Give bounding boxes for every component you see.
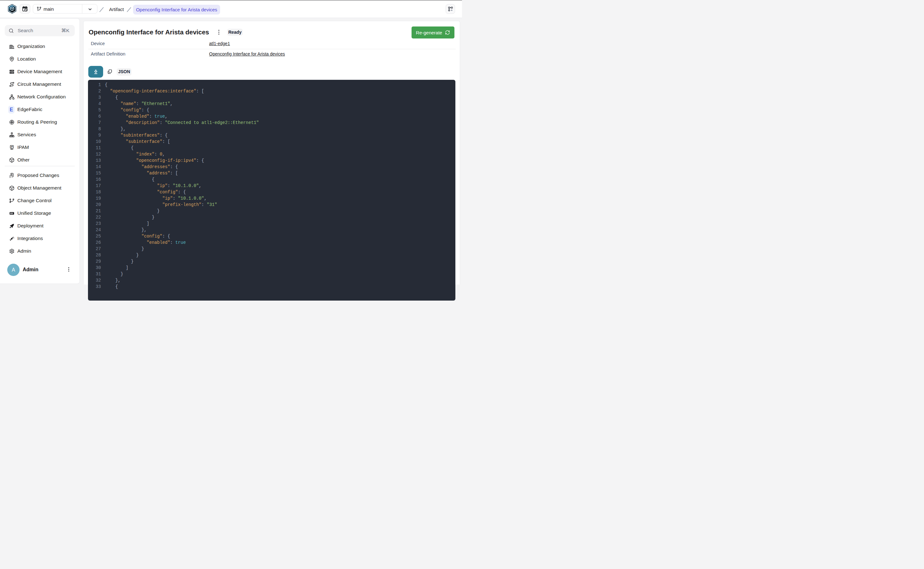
svg-text:IP: IP xyxy=(11,146,13,148)
